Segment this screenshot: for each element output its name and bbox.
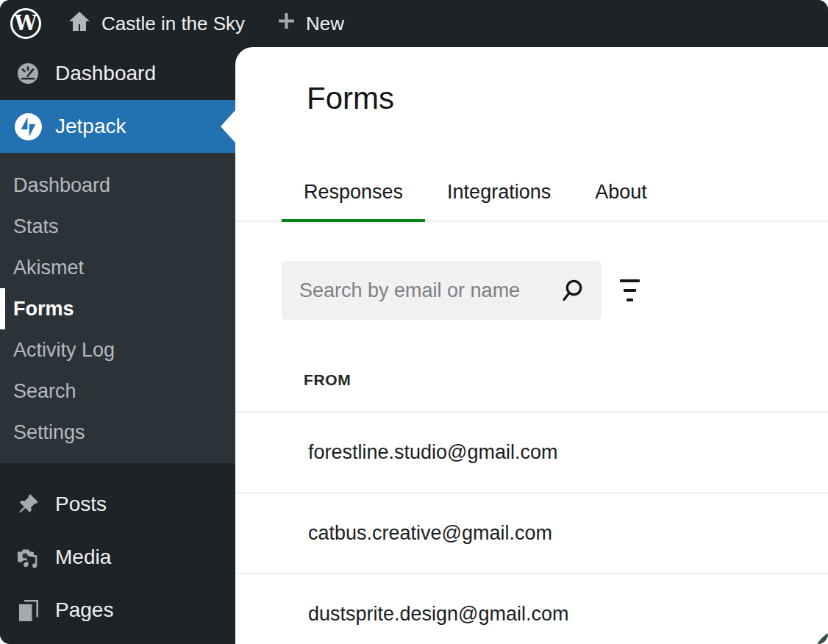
admin-bar: W Castle in the Sky New <box>0 0 828 47</box>
sidebar-item-media[interactable]: Media <box>0 531 235 584</box>
search-row <box>282 261 828 320</box>
sidebar-item-label: Media <box>55 545 111 569</box>
response-from-email[interactable]: catbus.creative@gmail.com <box>308 522 552 545</box>
sidebar-item-dashboard[interactable]: Dashboard <box>0 47 235 100</box>
site-home-link[interactable]: Castle in the Sky <box>68 10 245 37</box>
response-from-email[interactable]: forestline.studio@gmail.com <box>308 441 558 464</box>
table-column-from: FROM <box>304 371 828 389</box>
pages-icon <box>14 598 42 623</box>
site-name: Castle in the Sky <box>101 12 245 35</box>
search-icon[interactable] <box>559 277 585 304</box>
filter-button[interactable] <box>620 279 640 301</box>
wordpress-logo-letter: W <box>15 13 37 33</box>
sidebar-item-pages[interactable]: Pages <box>0 584 235 637</box>
main-content: Forms Responses Integrations About <box>235 47 828 644</box>
wordpress-admin-screen: W Castle in the Sky New <box>0 0 828 644</box>
sidebar-item-label: Jetpack <box>55 115 126 138</box>
filter-icon <box>620 279 640 282</box>
jetpack-submenu: Dashboard Stats Akismet Forms Activity L… <box>0 153 235 463</box>
tab-integrations[interactable]: Integrations <box>425 156 573 221</box>
wordpress-logo-menu[interactable]: W <box>10 8 41 39</box>
sidebar-item-jetpack[interactable]: Jetpack <box>0 100 235 153</box>
search-input[interactable] <box>282 261 602 320</box>
sidebar-item-label: Posts <box>55 493 107 516</box>
new-label: New <box>306 12 344 35</box>
submenu-item-stats[interactable]: Stats <box>0 206 235 247</box>
new-content-button[interactable]: New <box>277 12 344 35</box>
admin-sidebar: Dashboard Jetpack Dashboard Stats Akisme… <box>0 47 235 644</box>
submenu-item-dashboard[interactable]: Dashboard <box>0 165 235 206</box>
sidebar-item-label: Pages <box>55 598 113 622</box>
submenu-item-search[interactable]: Search <box>0 371 235 412</box>
submenu-item-akismet[interactable]: Akismet <box>0 247 235 288</box>
plus-icon <box>277 12 296 35</box>
search-box <box>282 261 602 320</box>
table-row[interactable]: dustsprite.design@gmail.com <box>235 574 828 644</box>
sidebar-item-label: Dashboard <box>55 62 156 85</box>
response-from-email[interactable]: dustsprite.design@gmail.com <box>308 603 569 626</box>
tabs: Responses Integrations About <box>235 156 828 222</box>
media-icon <box>14 545 42 570</box>
home-icon <box>68 10 91 37</box>
pushpin-icon <box>14 493 42 516</box>
submenu-item-forms[interactable]: Forms <box>0 288 235 329</box>
submenu-item-settings[interactable]: Settings <box>0 412 235 453</box>
jetpack-icon <box>14 113 42 140</box>
table-row[interactable]: catbus.creative@gmail.com <box>235 493 828 574</box>
sidebar-item-posts[interactable]: Posts <box>0 478 235 531</box>
table-row[interactable]: forestline.studio@gmail.com <box>235 412 828 493</box>
dashboard-gauge-icon <box>14 61 42 86</box>
submenu-item-activity-log[interactable]: Activity Log <box>0 329 235 371</box>
current-menu-arrow <box>221 110 235 143</box>
page-title: Forms <box>235 47 828 116</box>
tab-about[interactable]: About <box>573 156 669 221</box>
tab-responses[interactable]: Responses <box>282 156 425 221</box>
wordpress-logo-icon: W <box>10 8 41 39</box>
